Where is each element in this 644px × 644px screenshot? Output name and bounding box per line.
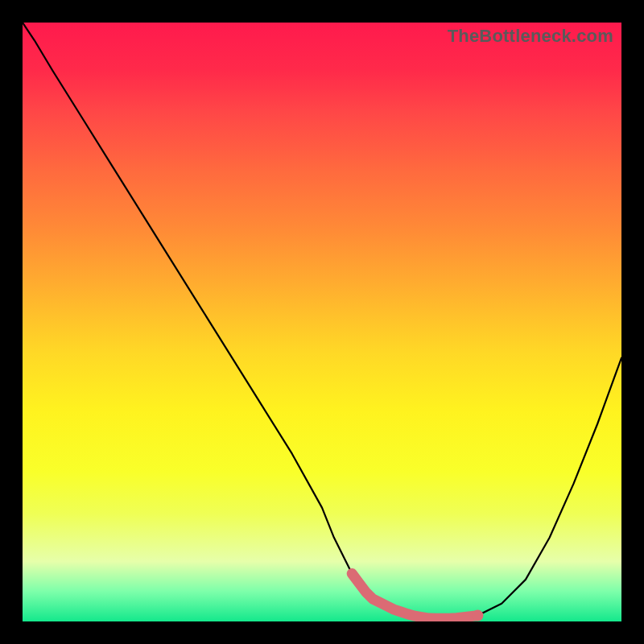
bottleneck-curve <box>23 23 621 618</box>
chart-canvas: TheBottleneck.com <box>0 0 644 644</box>
plot-area: TheBottleneck.com <box>23 23 621 621</box>
chart-svg <box>23 23 621 621</box>
optimal-range-marker <box>352 574 477 619</box>
optimal-point-dot <box>472 610 483 621</box>
